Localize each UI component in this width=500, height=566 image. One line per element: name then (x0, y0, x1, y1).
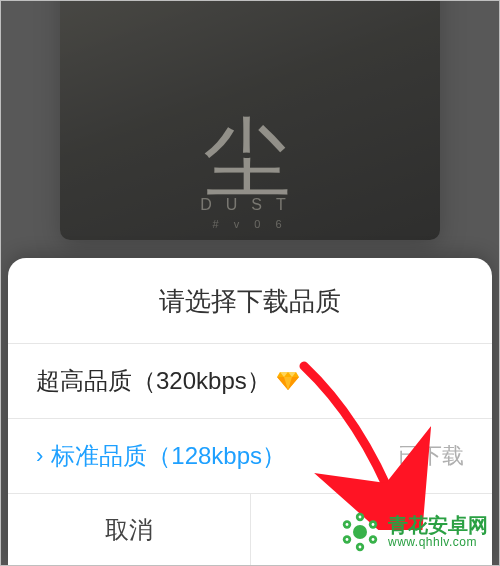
watermark-url: www.qhhlv.com (388, 536, 488, 549)
svg-point-14 (372, 523, 375, 526)
quality-option-status: 已下载 (398, 441, 464, 471)
vip-diamond-icon (277, 372, 299, 390)
watermark-title: 青花安卓网 (388, 514, 488, 536)
cancel-button-label: 取消 (105, 514, 153, 546)
selected-chevron-icon: › (36, 445, 43, 467)
svg-point-18 (346, 523, 349, 526)
sheet-title: 请选择下载品质 (8, 258, 492, 344)
cancel-button[interactable]: 取消 (8, 494, 250, 566)
quality-option-standard[interactable]: › 标准品质（128kbps） 已下载 (8, 419, 492, 494)
watermark-logo-icon (340, 512, 380, 552)
svg-point-13 (359, 516, 362, 519)
svg-point-15 (372, 538, 375, 541)
quality-option-label: 超高品质（320kbps） (36, 365, 271, 397)
quality-option-superhigh[interactable]: 超高品质（320kbps） (8, 344, 492, 419)
svg-point-16 (359, 546, 362, 549)
svg-point-17 (346, 538, 349, 541)
quality-option-label: 标准品质（128kbps） (51, 440, 286, 472)
svg-point-6 (353, 525, 367, 539)
watermark: 青花安卓网 www.qhhlv.com (340, 512, 488, 552)
